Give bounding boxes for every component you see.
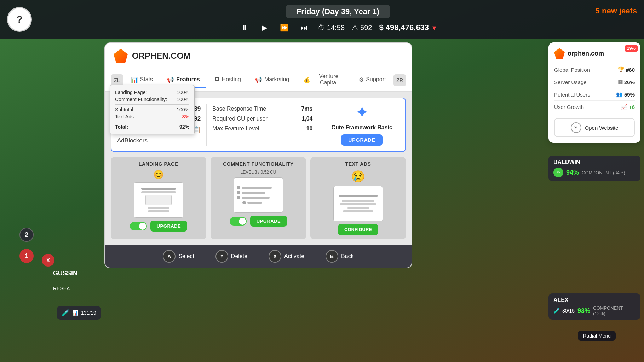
- tab-support[interactable]: ⚙ Support: [352, 72, 392, 88]
- help-button[interactable]: ?: [7, 7, 32, 32]
- comment-functionality-title: COMMENT FUNCTIONALITY: [223, 161, 293, 167]
- top-center: Friday (Day 39, Year 1) ⏸ ▶ ⏩ ⏭ ⏱ 14:58 …: [39, 5, 637, 34]
- select-action: A Select: [163, 250, 194, 263]
- delete-action: Y Delete: [215, 250, 247, 263]
- framework-star-icon: ✦: [355, 104, 369, 121]
- fast-forward-button[interactable]: ⏩: [278, 21, 291, 34]
- stats-right: ✦ Cute Framework Basic UPGRADE: [324, 104, 399, 146]
- comment-controls: UPGRADE: [230, 216, 287, 227]
- tooltip-divider1: [115, 104, 189, 105]
- rp-user-growth: User Growth 📈 +6: [554, 101, 635, 113]
- text-ads-card: TEXT ADS 😢 CONFIGURE: [310, 157, 406, 239]
- tooltip-divider2: [115, 122, 189, 122]
- base-response-stat: Base Response Time 7ms: [212, 104, 312, 114]
- x-controller-button[interactable]: X: [42, 254, 54, 267]
- comment-functionality-card: COMMENT FUNCTIONALITY LEVEL 3 / 0.52 CU: [211, 157, 306, 239]
- adblockers-stat: AdBlockers: [117, 136, 201, 146]
- tooltip-text-ads: Text Ads: -8%: [115, 113, 189, 120]
- landing-page-controls: UPGRADE: [130, 221, 188, 232]
- badge-1: 1: [19, 249, 34, 263]
- trophy-icon: 🏆: [618, 66, 625, 73]
- users-icon: 👥: [616, 91, 623, 98]
- baldwin-panel: BALDWIN ✏ 94% COMPONENT (34%): [548, 156, 640, 181]
- growth-icon: 📈: [621, 104, 627, 110]
- landing-page-upgrade-button[interactable]: UPGRADE: [150, 221, 188, 232]
- tooltip-subtotal: Subtotal: 100%: [115, 106, 189, 113]
- jeets-notice: 5 new jeets: [596, 6, 637, 16]
- features-grid: LANDING PAGE 😊 UPGRADE COMMENT FUNCTIONA…: [111, 157, 406, 239]
- radial-menu-label: Radial Menu: [578, 331, 616, 341]
- tab-hosting[interactable]: 🖥 Hosting: [208, 72, 247, 88]
- framework-upgrade-button[interactable]: UPGRADE: [341, 134, 383, 146]
- required-cu-stat: Required CU per user 1,04: [212, 114, 312, 124]
- site-name: ORPHEN.COM: [132, 51, 190, 61]
- money-display: $ 498,476,633 ▼: [379, 23, 437, 32]
- rp-global-position: Global Position 🏆 #60: [554, 64, 635, 76]
- alex-stats: 🧪 80/15 93% COMPONENT (12%): [553, 305, 636, 316]
- server-icon: ▦: [618, 79, 623, 85]
- comment-level-subtitle: LEVEL 3 / 0.52 CU: [241, 170, 276, 175]
- text-ads-configure-button[interactable]: CONFIGURE: [338, 224, 378, 235]
- activate-action: X Activate: [269, 250, 304, 263]
- tooltip-total: Total: 92%: [115, 123, 189, 130]
- tab-prev-button[interactable]: ZL: [111, 74, 123, 86]
- x-button[interactable]: X: [269, 250, 281, 263]
- research-label: RESEA...: [53, 286, 74, 291]
- tab-marketing[interactable]: 📢 Marketing: [249, 72, 295, 88]
- action-bar: A Select Y Delete X Activate B Back: [105, 245, 412, 268]
- baldwin-edit-icon[interactable]: ✏: [553, 168, 563, 177]
- rp-logo-icon: [554, 48, 565, 59]
- employee-flask-icon: 🧪: [62, 309, 69, 317]
- landing-page-smiley: 😊: [153, 170, 164, 180]
- landing-page-card: LANDING PAGE 😊 UPGRADE: [111, 157, 206, 239]
- badge-2: 2: [19, 228, 34, 242]
- max-feature-stat: Max Feature Level 10: [212, 124, 312, 134]
- text-ads-title: TEXT ADS: [345, 161, 371, 167]
- tooltip-landing-page: Landing Page: 100%: [115, 89, 189, 96]
- date-display: Friday (Day 39, Year 1): [286, 5, 390, 18]
- site-logo-icon: [114, 49, 128, 63]
- notification-badge: 19%: [625, 45, 638, 52]
- landing-page-preview: [134, 182, 183, 218]
- time-display: ⏱ 14:58: [318, 24, 345, 32]
- rp-potential-users: Potential Users 👥 59%: [554, 88, 635, 101]
- rp-server-usage: Server Usage ▦ 26%: [554, 76, 635, 88]
- tab-venture-capital[interactable]: 💰 Venture Capital: [297, 69, 351, 91]
- comment-toggle[interactable]: [230, 217, 247, 226]
- landing-page-title: LANDING PAGE: [139, 161, 178, 167]
- satisfaction-tooltip: Landing Page: 100% Comment Functionality…: [110, 85, 195, 134]
- text-ads-sad-icon: 😢: [351, 170, 365, 183]
- alert-count: ⚠ 592: [352, 23, 372, 32]
- alex-title: ALEX: [553, 297, 636, 303]
- b-button[interactable]: B: [326, 250, 338, 263]
- skip-button[interactable]: ⏭: [298, 21, 311, 34]
- tab-next-button[interactable]: ZR: [393, 74, 406, 86]
- y-button[interactable]: Y: [215, 250, 228, 263]
- play-button[interactable]: ▶: [258, 21, 271, 34]
- stats-mid: Base Response Time 7ms Required CU per u…: [206, 104, 318, 146]
- employee-bar-icon: 📊: [72, 310, 78, 316]
- a-button[interactable]: A: [163, 250, 176, 263]
- tooltip-comment: Comment Functionality: 100%: [115, 96, 189, 103]
- text-ads-preview: [333, 186, 383, 221]
- baldwin-stats: ✏ 94% COMPONENT (34%): [553, 168, 636, 177]
- gussin-label: GUSSIN: [53, 270, 77, 277]
- y-circle-icon: Y: [571, 122, 581, 133]
- pause-button[interactable]: ⏸: [238, 21, 251, 34]
- comment-upgrade-button[interactable]: UPGRADE: [250, 216, 287, 227]
- right-panel: orphen.com Global Position 🏆 #60 Server …: [548, 42, 640, 143]
- employee-badge: 🧪 📊 131/19: [57, 306, 101, 320]
- comment-preview: [234, 177, 283, 213]
- baldwin-title: BALDWIN: [553, 159, 636, 165]
- landing-page-toggle[interactable]: [130, 222, 147, 230]
- flask-icon: 🧪: [553, 308, 559, 314]
- text-ads-controls: CONFIGURE: [338, 224, 378, 235]
- main-dialog: ORPHEN.COM ZL 📊 Stats 📢 Features 🖥 Hosti…: [104, 42, 412, 268]
- right-panel-header: orphen.com: [554, 48, 635, 59]
- top-bar: ? Friday (Day 39, Year 1) ⏸ ▶ ⏩ ⏭ ⏱ 14:5…: [0, 0, 644, 39]
- open-website-button[interactable]: Y Open Website: [554, 118, 635, 137]
- back-action: B Back: [326, 250, 354, 263]
- dialog-header: ORPHEN.COM: [105, 43, 412, 69]
- alex-panel: ALEX 🧪 80/15 93% COMPONENT (12%): [548, 293, 640, 320]
- playback-controls: ⏸ ▶ ⏩ ⏭ ⏱ 14:58 ⚠ 592 $ 498,476,633 ▼: [238, 21, 437, 34]
